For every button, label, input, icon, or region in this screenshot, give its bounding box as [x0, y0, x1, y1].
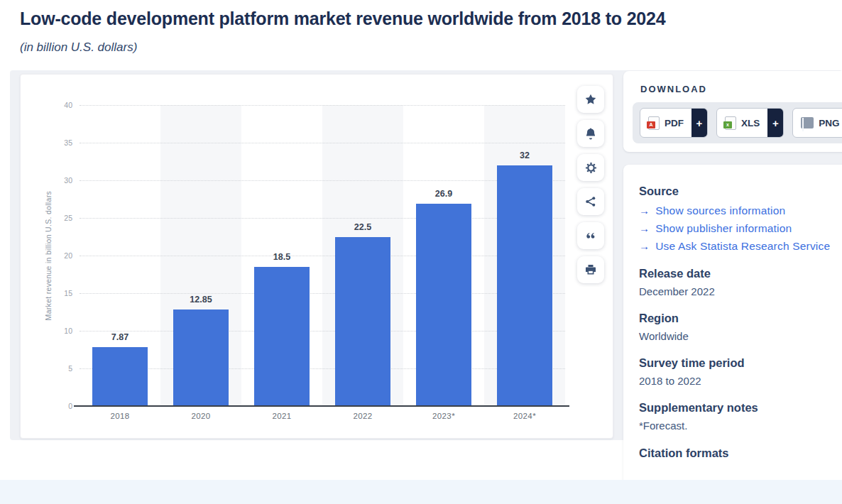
share-button[interactable] [577, 188, 604, 215]
x-tick-label: 2023* [403, 412, 484, 420]
citation-formats-heading: Citation formats [639, 447, 842, 460]
y-tick-label: 10 [48, 327, 72, 335]
download-pdf-label: PDF [665, 118, 684, 128]
download-xls-main[interactable]: xXLS [717, 109, 767, 137]
y-tick-label: 20 [48, 251, 72, 260]
y-tick-label: 15 [48, 289, 72, 297]
bar-2022[interactable] [335, 237, 390, 407]
info-section-value: Worldwide [639, 330, 842, 342]
favorite-button[interactable] [577, 86, 604, 113]
info-section-heading: Region [639, 312, 842, 325]
source-link-label: Use Ask Statista Research Service [655, 240, 830, 253]
y-tick-label: 0 [48, 402, 72, 410]
gridline [80, 256, 565, 256]
cite-button[interactable] [577, 222, 604, 249]
info-card: Source →Show sources information→Show pu… [623, 165, 842, 504]
xls-file-icon: x [725, 116, 736, 130]
download-pdf-main[interactable]: APDF [640, 109, 691, 137]
bell-icon [585, 128, 596, 140]
x-axis-line [74, 405, 569, 407]
y-tick-label: 25 [48, 214, 72, 222]
bar-2018[interactable] [92, 347, 148, 406]
source-link-1[interactable]: →Show publisher information [639, 222, 842, 235]
bar-2023*[interactable] [416, 204, 471, 406]
download-png-label: PNG [819, 118, 839, 128]
info-section-heading: Supplementary notes [639, 401, 842, 415]
y-tick-label: 40 [48, 101, 72, 109]
gridline [80, 368, 565, 369]
gridline [80, 293, 565, 294]
gridline [80, 218, 565, 219]
download-png-button[interactable]: PNG+ [792, 108, 842, 138]
notifications-button[interactable] [577, 120, 604, 147]
download-png-main[interactable]: PNG [793, 109, 842, 137]
printer-icon [585, 264, 596, 275]
x-tick-label: 2024* [484, 412, 565, 420]
info-section-heading: Survey time period [639, 356, 842, 370]
x-tick-label: 2021 [241, 412, 322, 420]
download-heading: DOWNLOAD [640, 84, 842, 94]
y-tick-label: 30 [48, 176, 72, 185]
gridline [80, 143, 565, 143]
info-section-heading: Release date [639, 267, 842, 280]
bar-value-label: 22.5 [322, 222, 403, 232]
bar-2020[interactable] [173, 309, 229, 406]
source-link-0[interactable]: →Show sources information [639, 204, 842, 217]
settings-button[interactable] [577, 154, 604, 181]
info-section-value: December 2022 [639, 285, 842, 297]
gear-icon [585, 162, 597, 174]
info-section-value: *Forecast. [639, 420, 842, 432]
y-tick-label: 5 [48, 364, 72, 373]
bar-value-label: 7.87 [80, 332, 160, 342]
info-section: Supplementary notes*Forecast. [639, 401, 842, 432]
bar-2021[interactable] [254, 267, 310, 406]
bar-2024*[interactable] [497, 165, 552, 406]
print-button[interactable] [577, 256, 604, 283]
download-pdf-button[interactable]: APDF+ [640, 108, 708, 138]
info-section: RegionWorldwide [639, 312, 842, 342]
info-section: Survey time period2018 to 2022 [639, 356, 842, 387]
gridline [80, 180, 565, 181]
source-heading: Source [639, 185, 842, 198]
bar-value-label: 32 [484, 150, 565, 160]
download-button-row: APDF+xXLS+PNG+ [633, 102, 842, 143]
download-xls-plus-button[interactable]: + [767, 109, 783, 137]
source-link-label: Show sources information [655, 204, 785, 217]
x-tick-label: 2022 [322, 412, 403, 420]
y-tick-label: 35 [48, 138, 72, 147]
pdf-file-icon: A [648, 116, 660, 130]
chart-action-toolbar [577, 86, 604, 283]
download-card: DOWNLOAD APDF+xXLS+PNG+ [623, 71, 842, 152]
arrow-right-icon: → [639, 204, 650, 217]
arrow-right-icon: → [639, 240, 650, 252]
share-icon [585, 196, 596, 207]
info-section-value: 2018 to 2022 [639, 375, 842, 387]
chart-card: Market revenue in billion U.S. dollars 0… [20, 74, 613, 439]
source-link-2[interactable]: →Use Ask Statista Research Service [639, 240, 842, 253]
x-tick-label: 2020 [160, 412, 241, 420]
bar-value-label: 12.85 [160, 295, 241, 305]
source-link-label: Show publisher information [655, 222, 792, 235]
download-xls-button[interactable]: xXLS+ [716, 108, 784, 138]
download-pdf-plus-button[interactable]: + [691, 109, 707, 137]
page-title: Low-code development platform market rev… [20, 9, 665, 29]
download-xls-label: XLS [741, 118, 760, 128]
x-tick-label: 2018 [80, 412, 160, 420]
bar-chart-plot: 05101520253035407.87201812.85202018.5202… [80, 105, 565, 406]
star-icon [585, 94, 596, 105]
arrow-right-icon: → [639, 222, 650, 234]
png-file-icon [801, 117, 814, 128]
page-subtitle: (in billion U.S. dollars) [20, 40, 137, 55]
gridline [80, 105, 565, 106]
bottom-strip [0, 480, 842, 504]
bar-value-label: 26.9 [403, 189, 484, 199]
info-section: Release dateDecember 2022 [639, 267, 842, 297]
bar-value-label: 18.5 [241, 252, 322, 262]
quote-icon [585, 230, 596, 241]
